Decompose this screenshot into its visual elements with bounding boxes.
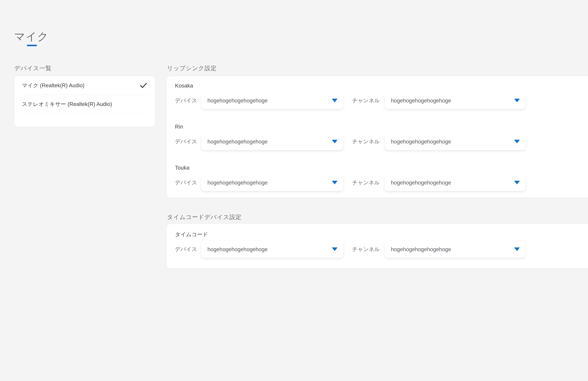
device-list-card: マイク (Realtek(R) Audio) ステレオミキサー (Realtek… (14, 76, 155, 127)
character-name: Kosaka (175, 83, 193, 88)
timecode-row-name: タイムコード (175, 232, 208, 237)
device-select-value: hogehogehogehogehoge (201, 246, 332, 253)
timecode-settings-heading: タイムコードデバイス設定 (167, 213, 242, 221)
channel-label: チャンネル (352, 133, 380, 150)
device-item-label: マイク (Realtek(R) Audio) (14, 82, 140, 89)
channel-label: チャンネル (352, 174, 380, 191)
character-name: Rin (175, 124, 183, 129)
channel-select-value: hogehogehogehogehoge (385, 246, 514, 253)
device-label: デバイス (175, 92, 197, 109)
caret-down-icon (514, 140, 520, 143)
device-select[interactable]: hogehogehogehogehoge (201, 174, 343, 191)
mic-settings-dialog: マイク デバイス一覧 マイク (Realtek(R) Audio) ステレオミキ… (0, 0, 588, 381)
channel-select-value: hogehogehogehogehoge (385, 138, 514, 145)
check-icon (140, 83, 147, 88)
timecode-row: タイムコード デバイス hogehogehogehogehoge チャンネル h… (167, 232, 588, 273)
list-divider (22, 113, 149, 114)
page-title: マイク (14, 30, 49, 42)
caret-down-icon (332, 247, 337, 251)
device-select-value: hogehogehogehogehoge (201, 97, 332, 104)
caret-down-icon (514, 247, 520, 251)
channel-select-value: hogehogehogehogehoge (385, 97, 514, 104)
channel-label: チャンネル (352, 92, 380, 109)
caret-down-icon (332, 140, 337, 143)
device-label: デバイス (175, 174, 197, 191)
character-name: Touka (175, 165, 189, 170)
lipsync-row-rin: Rin デバイス hogehogehogehogehoge チャンネル hoge… (167, 124, 588, 165)
device-list-item-stereo-mixer[interactable]: ステレオミキサー (Realtek(R) Audio) (14, 95, 155, 114)
caret-down-icon (332, 99, 337, 102)
device-select[interactable]: hogehogehogehogehoge (201, 92, 343, 109)
device-list-heading: デバイス一覧 (14, 65, 52, 72)
device-select[interactable]: hogehogehogehogehoge (201, 241, 343, 258)
timecode-settings-card: タイムコード デバイス hogehogehogehogehoge チャンネル h… (167, 224, 588, 268)
title-underline (27, 45, 37, 46)
device-item-label: ステレオミキサー (Realtek(R) Audio) (14, 101, 155, 108)
device-select-value: hogehogehogehogehoge (201, 138, 332, 145)
caret-down-icon (332, 181, 337, 184)
device-label: デバイス (175, 241, 197, 258)
caret-down-icon (514, 181, 520, 184)
lipsync-row-kosaka: Kosaka デバイス hogehogehogehogehoge チャンネル h… (167, 83, 588, 124)
channel-select-value: hogehogehogehogehoge (385, 179, 514, 186)
channel-select[interactable]: hogehogehogehogehoge (385, 174, 526, 191)
lipsync-settings-card: Kosaka デバイス hogehogehogehogehoge チャンネル h… (167, 76, 588, 198)
channel-label: チャンネル (352, 241, 380, 258)
lipsync-row-touka: Touka デバイス hogehogehogehogehoge チャンネル ho… (167, 165, 588, 206)
channel-select[interactable]: hogehogehogehogehoge (385, 92, 526, 109)
lipsync-settings-heading: リップシンク設定 (167, 65, 217, 72)
device-select-value: hogehogehogehogehoge (201, 179, 332, 186)
device-select[interactable]: hogehogehogehogehoge (201, 133, 343, 150)
device-label: デバイス (175, 133, 197, 150)
device-list-item-mic[interactable]: マイク (Realtek(R) Audio) (14, 76, 155, 95)
channel-select[interactable]: hogehogehogehogehoge (385, 241, 526, 258)
caret-down-icon (514, 99, 520, 102)
channel-select[interactable]: hogehogehogehogehoge (385, 133, 526, 150)
